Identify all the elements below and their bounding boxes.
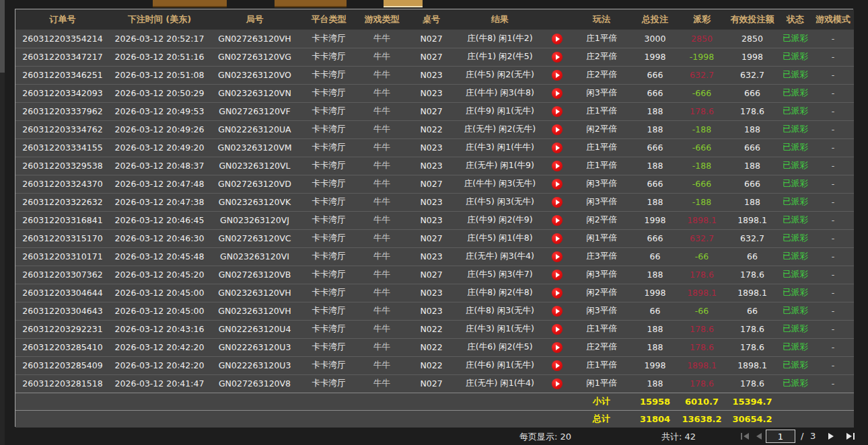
payout-cell: -188 xyxy=(678,157,726,175)
replay-cell xyxy=(544,266,571,284)
play-video-icon[interactable] xyxy=(552,179,563,190)
replay-cell xyxy=(544,48,571,66)
result-cell: 庄(牛3) 闲1(无牛) xyxy=(456,320,544,338)
play-video-icon[interactable] xyxy=(552,270,563,280)
order-id-cell: 260312203316841 xyxy=(15,211,110,229)
table-no-cell: N023 xyxy=(406,302,456,320)
total-bet-cell: 666 xyxy=(632,66,678,84)
play-video-icon[interactable] xyxy=(552,106,563,117)
table-no-cell: N027 xyxy=(406,374,456,393)
play-video-icon[interactable] xyxy=(552,143,563,153)
platform-cell: 卡卡湾厅 xyxy=(300,84,357,102)
last-page-button[interactable] xyxy=(846,433,855,440)
col-replay xyxy=(544,9,571,30)
round-id-cell: GN027263120VB xyxy=(209,266,300,284)
status-badge: 已派彩 xyxy=(779,284,812,302)
game-mode-cell: - xyxy=(812,302,854,320)
toolbar-button-cropped-1[interactable] xyxy=(153,0,227,7)
status-badge: 已派彩 xyxy=(779,229,812,247)
game-mode-cell: - xyxy=(812,193,854,211)
payout-cell: 2850 xyxy=(678,30,726,48)
platform-cell: 卡卡湾厅 xyxy=(300,66,357,84)
payout-cell: 1898.1 xyxy=(678,211,726,229)
play-video-icon[interactable] xyxy=(552,52,563,63)
platform-cell: 卡卡湾厅 xyxy=(300,247,357,266)
play-video-icon[interactable] xyxy=(552,124,563,135)
platform-cell: 卡卡湾厅 xyxy=(300,211,357,229)
game-mode-cell: - xyxy=(812,374,854,393)
game-type-cell: 牛牛 xyxy=(357,48,406,66)
order-id-cell: 260312203315170 xyxy=(15,229,110,247)
result-cell: 庄(牛6) 闲1(无牛) xyxy=(456,356,544,374)
play-type-cell: 闲2平倍 xyxy=(571,120,632,138)
valid-bet-cell: 178.6 xyxy=(726,320,779,338)
table-row: 260312203316841 2026-03-12 20:46:45 GN02… xyxy=(15,211,854,229)
round-id-cell: GN027263120V8 xyxy=(209,374,300,393)
play-video-icon[interactable] xyxy=(552,360,563,371)
status-badge: 已派彩 xyxy=(779,247,812,266)
table-row: 260312203334155 2026-03-12 20:49:20 GN02… xyxy=(15,138,854,157)
play-video-icon[interactable] xyxy=(552,342,563,353)
scrollbar-thumb[interactable] xyxy=(0,0,5,73)
col-platform: 平台类型 xyxy=(300,9,357,30)
table-no-cell: N027 xyxy=(406,229,456,247)
play-video-icon[interactable] xyxy=(552,34,563,44)
order-id-cell: 260312203304643 xyxy=(15,302,110,320)
total-bet-cell: 66 xyxy=(632,302,678,320)
order-id-cell: 260312203281518 xyxy=(15,374,110,393)
order-id-cell: 260312203285409 xyxy=(15,356,110,374)
play-video-icon[interactable] xyxy=(552,251,563,262)
round-id-cell: GN023263120VN xyxy=(209,84,300,102)
game-type-cell: 牛牛 xyxy=(357,229,406,247)
play-type-cell: 庄2平倍 xyxy=(571,48,632,66)
toolbar-button-cropped-active[interactable] xyxy=(384,0,423,7)
play-triangle xyxy=(556,218,560,223)
play-type-cell: 闲3平倍 xyxy=(571,266,632,284)
subtotal-payout: 6010.7 xyxy=(678,393,726,410)
col-total-bet: 总投注 xyxy=(632,9,678,30)
play-video-icon[interactable] xyxy=(552,215,563,226)
play-video-icon[interactable] xyxy=(552,378,563,389)
platform-cell: 卡卡湾厅 xyxy=(300,284,357,302)
last-page-arrow-icon xyxy=(846,433,852,440)
toolbar-button-cropped-2[interactable] xyxy=(275,0,347,7)
grand-total-payout: 13638.2 xyxy=(678,410,726,428)
first-page-button[interactable] xyxy=(741,433,749,440)
table-row: 260312203337962 2026-03-12 20:49:53 GN02… xyxy=(15,102,854,120)
game-mode-cell: - xyxy=(812,247,854,266)
play-video-icon[interactable] xyxy=(552,197,563,208)
game-mode-cell: - xyxy=(812,284,854,302)
order-id-cell: 260312203329538 xyxy=(15,157,110,175)
platform-cell: 卡卡湾厅 xyxy=(300,302,357,320)
bet-records-table: 订单号 下注时间 (美东) 局号 平台类型 游戏类型 桌号 结果 玩法 总投注 … xyxy=(15,9,853,427)
play-video-icon[interactable] xyxy=(552,88,563,99)
round-id-cell: GN023263120VH xyxy=(209,302,300,320)
platform-cell: 卡卡湾厅 xyxy=(300,338,357,356)
game-mode-cell: - xyxy=(812,266,854,284)
order-id-cell: 260312203337962 xyxy=(15,102,110,120)
play-type-cell: 庄1平倍 xyxy=(571,102,632,120)
valid-bet-cell: 1898.1 xyxy=(726,356,779,374)
next-page-button[interactable] xyxy=(828,433,834,440)
round-id-cell: GN022263120U3 xyxy=(209,338,300,356)
platform-cell: 卡卡湾厅 xyxy=(300,193,357,211)
replay-cell xyxy=(544,30,571,48)
replay-cell xyxy=(544,120,571,138)
col-result: 结果 xyxy=(456,9,544,30)
play-video-icon[interactable] xyxy=(552,324,563,335)
play-video-icon[interactable] xyxy=(552,161,563,171)
order-id-cell: 260312203307362 xyxy=(15,266,110,284)
table-no-cell: N022 xyxy=(406,356,456,374)
play-video-icon[interactable] xyxy=(552,70,563,81)
order-id-cell: 260312203342093 xyxy=(15,84,110,102)
order-id-cell: 260312203304644 xyxy=(15,284,110,302)
platform-cell: 卡卡湾厅 xyxy=(300,102,357,120)
total-bet-cell: 188 xyxy=(632,193,678,211)
play-video-icon[interactable] xyxy=(552,233,563,244)
platform-cell: 卡卡湾厅 xyxy=(300,138,357,157)
page-number-input[interactable] xyxy=(766,430,795,443)
play-video-icon[interactable] xyxy=(552,288,563,298)
prev-page-arrow-icon xyxy=(756,433,762,440)
prev-page-button[interactable] xyxy=(756,433,762,440)
play-video-icon[interactable] xyxy=(552,306,563,317)
